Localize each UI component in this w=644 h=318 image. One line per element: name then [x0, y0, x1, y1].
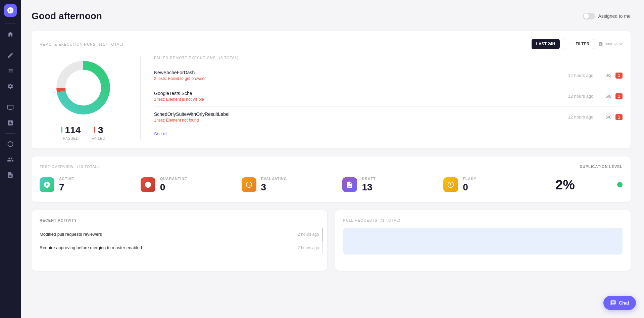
test-overview-total: (23 TOTAL) — [77, 165, 99, 169]
exec-time-2: 12 hours ago — [568, 115, 593, 120]
passed-label: PASSED — [63, 136, 79, 140]
test-card-evaluating[interactable]: EVALUATING 3 — [242, 175, 337, 194]
exec-name-1: GoogleTests Sche — [154, 91, 568, 96]
remote-exec-content: 114 PASSED 3 FAILED — [40, 56, 623, 140]
test-icon-evaluating — [242, 177, 256, 192]
save-icon — [598, 42, 603, 46]
donut-svg — [51, 56, 115, 120]
duplication-dot — [617, 182, 623, 187]
test-card-count-active: 7 — [59, 182, 74, 193]
sidebar-item-gear[interactable] — [4, 80, 17, 93]
duplication-divider — [547, 175, 547, 194]
test-overview-title: TEST OVERVIEW (23 TOTAL) — [40, 165, 99, 169]
pull-requests-section: PULL REQUESTS (1 TOTAL) — [335, 210, 631, 271]
exec-ratio-1: 6/8 — [601, 94, 611, 99]
page-header: Good afternoon Assigned to me — [32, 11, 631, 21]
failed-bar-indicator — [94, 127, 95, 133]
sidebar-logo[interactable] — [4, 4, 17, 17]
test-icon-flaky — [443, 177, 458, 192]
activity-item-1: Require approving before merging to mast… — [40, 241, 319, 254]
sidebar-item-reports[interactable] — [4, 169, 17, 181]
sidebar-divider-2 — [5, 45, 15, 45]
sidebar-item-chart[interactable] — [4, 117, 17, 129]
exec-ratio-2: 6/8 — [601, 115, 611, 120]
see-all-link[interactable]: See all — [154, 131, 167, 136]
failed-label: FAILED — [92, 136, 105, 140]
activity-time-1: 2 hours ago — [298, 245, 319, 250]
test-card-info-draft: DRAFT 13 — [362, 177, 376, 193]
test-cards-container: ACTIVE 7 QUARANTINE 0 — [40, 175, 539, 194]
test-card-count-flaky: 0 — [463, 182, 477, 193]
donut-chart — [51, 56, 115, 120]
pull-requests-placeholder — [343, 228, 623, 255]
chat-button[interactable]: Chat — [603, 296, 636, 310]
test-card-quarantine[interactable]: QUARANTINE 0 — [141, 175, 236, 194]
sidebar-item-users[interactable] — [4, 153, 17, 166]
recent-activity-title: RECENT ACTIVITY — [40, 218, 319, 222]
test-icon-draft — [342, 177, 357, 192]
test-card-count-draft: 13 — [362, 182, 376, 193]
pull-requests-total: (1 TOTAL) — [381, 218, 401, 222]
duplication-title: DUPLICATION LEVEL — [580, 165, 623, 169]
exec-badge-0: 1 — [615, 73, 623, 79]
test-card-count-quarantine: 0 — [160, 182, 187, 193]
save-view-button[interactable]: save view — [598, 42, 623, 46]
test-card-label-draft: DRAFT — [362, 177, 376, 181]
exec-error-0: 2 tests: Failed to get browser — [154, 76, 568, 81]
sidebar-item-list[interactable] — [4, 64, 17, 77]
failed-count: 3 — [98, 125, 103, 136]
remote-exec-header: REMOTE EXECUTION RUNS (117 TOTAL) LAST 2… — [40, 39, 623, 49]
pull-requests-card: PULL REQUESTS (1 TOTAL) — [335, 210, 631, 271]
exec-badge-2: 1 — [615, 114, 623, 120]
pull-requests-title: PULL REQUESTS (1 TOTAL) — [343, 218, 623, 222]
test-icon-quarantine — [141, 177, 155, 192]
stat-failed: 3 FAILED — [86, 125, 111, 140]
last-24h-button[interactable]: LAST 24H — [532, 39, 560, 49]
activity-scroll-wrapper: Modified pull requests reviewers 2 hours… — [40, 228, 319, 254]
section-actions: LAST 24H FILTER save view — [532, 39, 623, 49]
exec-time-1: 12 hours ago — [568, 94, 593, 99]
exec-item-1[interactable]: GoogleTests Sche 1 test: Element is not … — [154, 86, 623, 107]
test-card-label-flaky: FLAKY — [463, 177, 477, 181]
test-card-draft[interactable]: DRAFT 13 — [342, 175, 438, 194]
exec-name-0: NewShcheForDash — [154, 70, 568, 75]
remote-exec-total: (117 TOTAL) — [99, 42, 123, 46]
bottom-section: RECENT ACTIVITY Modified pull requests r… — [32, 210, 631, 271]
test-overview-card: TEST OVERVIEW (23 TOTAL) DUPLICATION LEV… — [32, 156, 631, 202]
exec-info-1: GoogleTests Sche 1 test: Element is not … — [154, 91, 568, 102]
test-card-label-evaluating: EVALUATING — [261, 177, 287, 181]
failed-exec-total: (3 TOTAL) — [219, 56, 239, 60]
exec-error-1: 1 test: Element is not visible — [154, 97, 568, 102]
exec-divider — [140, 56, 141, 140]
test-card-info-flaky: FLAKY 0 — [463, 177, 477, 193]
stat-passed: 114 PASSED — [56, 125, 87, 140]
stat-passed-bar: 114 — [61, 125, 81, 136]
activity-item-0: Modified pull requests reviewers 2 hours… — [40, 228, 319, 241]
activity-text-0: Modified pull requests reviewers — [40, 232, 102, 237]
scroll-track — [322, 228, 323, 254]
test-card-active[interactable]: ACTIVE 7 — [40, 175, 135, 194]
sidebar-item-settings2[interactable] — [4, 138, 17, 150]
filter-icon — [569, 42, 574, 46]
toggle-switch[interactable] — [583, 13, 595, 19]
assigned-toggle-label: Assigned to me — [598, 13, 631, 19]
test-card-info-active: ACTIVE 7 — [59, 177, 74, 193]
assigned-toggle[interactable]: Assigned to me — [583, 13, 631, 19]
exec-badge-1: 1 — [615, 93, 623, 99]
filter-button[interactable]: FILTER — [564, 39, 594, 49]
sidebar-item-home[interactable] — [4, 28, 17, 41]
sidebar-divider-4 — [5, 133, 15, 134]
test-card-flaky[interactable]: FLAKY 0 — [443, 175, 539, 194]
exec-time-0: 12 hours ago — [568, 73, 593, 78]
exec-item-0[interactable]: NewShcheForDash 2 tests: Failed to get b… — [154, 65, 623, 86]
test-overview-header: TEST OVERVIEW (23 TOTAL) DUPLICATION LEV… — [40, 165, 623, 169]
recent-activity-card: RECENT ACTIVITY Modified pull requests r… — [32, 210, 327, 271]
exec-item-2[interactable]: SchedOrlySuiteWithOrlyResultLabel 1 test… — [154, 107, 623, 127]
page-title: Good afternoon — [32, 11, 102, 21]
failed-executions: FAILED REMOTE EXECUTIONS (3 TOTAL) NewSh… — [154, 56, 623, 140]
failed-exec-header: FAILED REMOTE EXECUTIONS (3 TOTAL) — [154, 56, 623, 60]
exec-error-2: 1 test: Element not found — [154, 118, 568, 123]
test-overview-inner: ACTIVE 7 QUARANTINE 0 — [40, 175, 623, 194]
sidebar-item-monitor[interactable] — [4, 101, 17, 114]
sidebar-item-edit[interactable] — [4, 49, 17, 62]
